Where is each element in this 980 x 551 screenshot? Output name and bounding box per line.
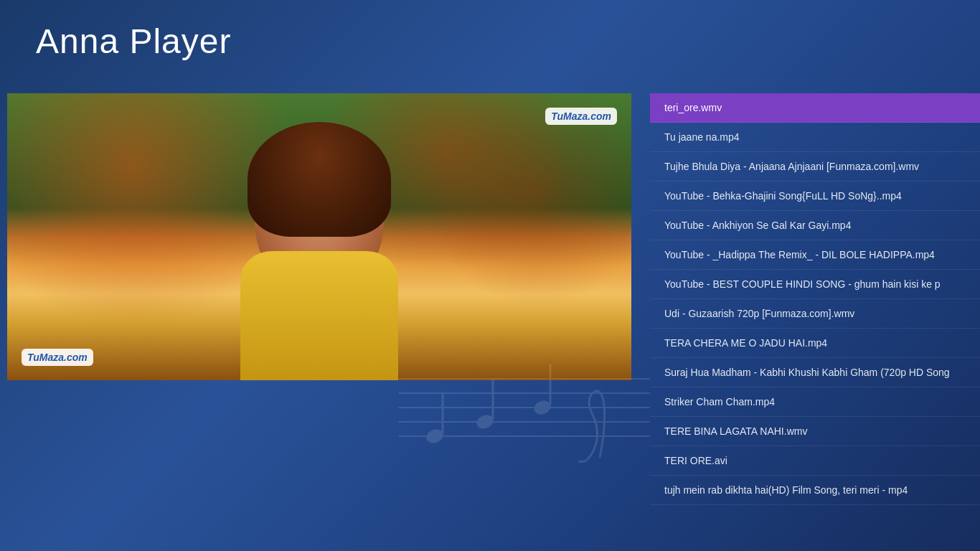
video-frame: TuMaza.com TuMaza.com bbox=[7, 93, 631, 380]
playlist-item[interactable]: Tujhe Bhula Diya - Anjaana Ajnjaani [Fun… bbox=[650, 152, 980, 182]
playlist-item[interactable]: TERE BINA LAGATA NAHI.wmv bbox=[650, 417, 980, 446]
playlist-item[interactable]: Udi - Guzaarish 720p [Funmaza.com].wmv bbox=[650, 299, 980, 329]
playlist-item[interactable]: Tu jaane na.mp4 bbox=[650, 123, 980, 152]
playlist-item[interactable]: Suraj Hua Madham - Kabhi Khushi Kabhi Gh… bbox=[650, 358, 980, 387]
watermark-bottom-left: TuMaza.com bbox=[22, 349, 93, 366]
playlist-item[interactable]: YouTube - _Hadippa The Remix_ - DIL BOLE… bbox=[650, 240, 980, 270]
playlist-item[interactable]: YouTube - Ankhiyon Se Gal Kar Gayi.mp4 bbox=[650, 211, 980, 240]
playlist-item[interactable]: TERI ORE.avi bbox=[650, 446, 980, 476]
svg-point-7 bbox=[475, 413, 496, 430]
video-still bbox=[194, 122, 444, 380]
playlist-item[interactable]: TERA CHERA ME O JADU HAI.mp4 bbox=[650, 329, 980, 358]
playlist-item[interactable]: YouTube - Behka-Ghajini Song{FuLL HD SoN… bbox=[650, 182, 980, 211]
svg-point-5 bbox=[425, 427, 446, 445]
video-player[interactable]: TuMaza.com TuMaza.com bbox=[7, 93, 631, 380]
playlist-panel[interactable]: teri_ore.wmvTu jaane na.mp4Tujhe Bhula D… bbox=[650, 93, 980, 538]
playlist-item[interactable]: tujh mein rab dikhta hai(HD) Film Song, … bbox=[650, 476, 980, 505]
playlist-item[interactable]: Striker Cham Cham.mp4 bbox=[650, 387, 980, 417]
app-title: Anna Player bbox=[36, 22, 232, 61]
svg-point-9 bbox=[532, 398, 553, 416]
watermark-top-right: TuMaza.com bbox=[545, 108, 617, 125]
playlist-item[interactable]: teri_ore.wmv bbox=[650, 93, 980, 123]
playlist-item[interactable]: YouTube - BEST COUPLE HINDI SONG - ghum … bbox=[650, 270, 980, 299]
